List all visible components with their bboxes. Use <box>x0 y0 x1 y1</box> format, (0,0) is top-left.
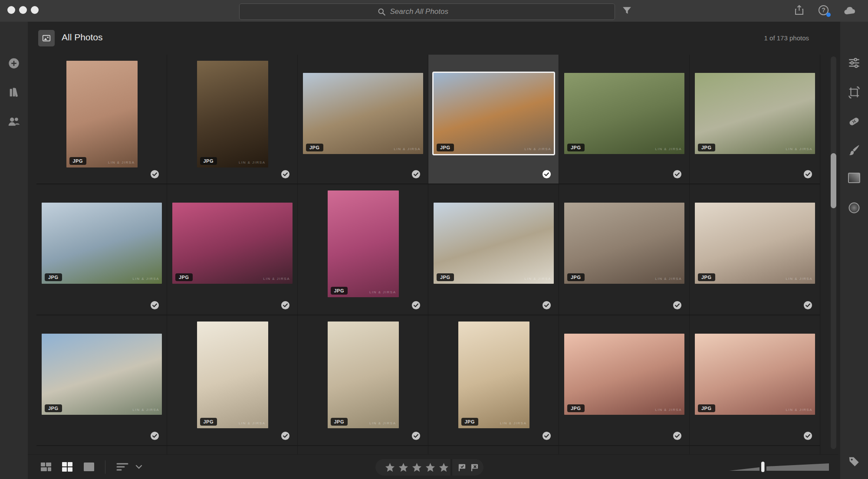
photo-thumbnail[interactable]: JPGLIN & JIRSA <box>564 73 684 154</box>
photo-cell[interactable]: JPGLIN & JIRSA <box>167 184 298 315</box>
photo-cell[interactable]: JPGLIN & JIRSA <box>428 55 559 184</box>
photo-cell-partial <box>690 446 820 454</box>
photo-thumbnail[interactable]: JPGLIN & JIRSA <box>42 334 162 415</box>
grid-scrollbar-thumb[interactable] <box>831 153 836 208</box>
radial-gradient-icon[interactable] <box>848 201 861 216</box>
lightroom-window: ? All Photos 1 of 173 photos JPGLIN & JI… <box>0 0 868 479</box>
brush-icon[interactable] <box>848 144 861 158</box>
photo-cell[interactable]: JPGLIN & JIRSA <box>690 55 820 184</box>
healing-brush-icon[interactable] <box>847 115 861 130</box>
star-icon[interactable] <box>385 463 395 472</box>
photo-thumbnail[interactable]: JPGLIN & JIRSA <box>197 61 268 167</box>
flag-reject-icon[interactable] <box>470 463 479 472</box>
star-icon[interactable] <box>398 463 408 472</box>
add-photos-icon[interactable] <box>8 57 20 71</box>
synced-check-icon <box>150 170 159 179</box>
star-icon[interactable] <box>412 463 422 472</box>
flag-controls <box>451 459 483 476</box>
grid-scrollbar-track[interactable] <box>831 56 836 449</box>
photo-thumbnail[interactable]: JPGLIN & JIRSA <box>434 203 554 284</box>
photo-watermark: LIN & JIRSA <box>786 408 812 412</box>
synced-check-icon <box>281 431 290 440</box>
square-grid-view-button-active[interactable] <box>61 461 73 472</box>
star-icon[interactable] <box>439 463 449 472</box>
star-rating-control[interactable] <box>375 459 450 476</box>
photo-watermark: LIN & JIRSA <box>394 147 421 151</box>
photo-thumbnail[interactable]: JPGLIN & JIRSA <box>42 203 162 284</box>
file-type-badge: JPG <box>331 287 348 295</box>
file-type-badge: JPG <box>69 157 87 165</box>
photo-cell[interactable]: JPGLIN & JIRSA <box>428 315 559 446</box>
photo-cell[interactable]: JPGLIN & JIRSA <box>167 315 298 446</box>
titlebar: ? <box>0 0 868 22</box>
photo-cell[interactable]: JPGLIN & JIRSA <box>559 55 690 184</box>
synced-check-icon <box>150 301 159 310</box>
photo-thumbnail[interactable]: JPGLIN & JIRSA <box>695 203 815 284</box>
sort-order-button[interactable] <box>116 462 129 472</box>
file-type-badge: JPG <box>306 144 323 151</box>
photo-thumbnail[interactable]: JPGLIN & JIRSA <box>695 73 815 154</box>
photo-watermark: LIN & JIRSA <box>239 421 265 425</box>
photo-thumbnail[interactable]: JPGLIN & JIRSA <box>434 73 554 154</box>
edit-sliders-icon[interactable] <box>848 56 861 71</box>
window-zoom-button[interactable] <box>31 6 39 14</box>
keywords-tag-icon[interactable] <box>848 455 861 470</box>
photo-watermark: LIN & JIRSA <box>369 421 396 425</box>
photo-thumbnail[interactable]: JPGLIN & JIRSA <box>328 322 399 428</box>
photo-grid-view-button[interactable] <box>40 461 52 472</box>
help-icon[interactable]: ? <box>818 4 829 16</box>
albums-library-icon[interactable] <box>8 86 20 100</box>
thumbnail-size-slider[interactable] <box>727 459 831 475</box>
linear-gradient-icon[interactable] <box>848 172 861 185</box>
photo-cell[interactable]: JPGLIN & JIRSA <box>36 55 167 184</box>
photo-thumbnail[interactable]: JPGLIN & JIRSA <box>458 322 529 428</box>
flag-pick-icon[interactable] <box>457 463 467 472</box>
photo-thumbnail[interactable]: JPGLIN & JIRSA <box>564 203 684 284</box>
people-view-icon[interactable] <box>7 115 20 129</box>
photo-cell[interactable]: JPGLIN & JIRSA <box>690 184 820 315</box>
photo-thumbnail[interactable]: JPGLIN & JIRSA <box>695 334 815 415</box>
toolbar-divider <box>105 460 105 474</box>
chevron-down-icon[interactable] <box>135 465 142 469</box>
all-photos-icon[interactable] <box>38 30 55 46</box>
window-close-button[interactable] <box>7 6 15 14</box>
photo-cell[interactable]: JPGLIN & JIRSA <box>36 315 167 446</box>
photo-cell-partial <box>36 446 167 454</box>
synced-check-icon <box>673 431 682 440</box>
photo-watermark: LIN & JIRSA <box>786 147 812 151</box>
photo-grid: JPGLIN & JIRSAJPGLIN & JIRSAJPGLIN & JIR… <box>28 55 840 454</box>
detail-view-button[interactable] <box>83 461 95 472</box>
share-icon[interactable] <box>793 4 805 16</box>
search-input[interactable] <box>239 3 615 20</box>
photo-thumbnail[interactable]: JPGLIN & JIRSA <box>172 203 293 284</box>
photo-cell[interactable]: JPGLIN & JIRSA <box>167 55 298 184</box>
search-text-field[interactable] <box>390 7 477 16</box>
photo-cell[interactable]: JPGLIN & JIRSA <box>298 315 428 446</box>
photo-cell[interactable]: JPGLIN & JIRSA <box>690 315 820 446</box>
file-type-badge: JPG <box>45 273 62 281</box>
cloud-sync-icon[interactable] <box>843 6 856 16</box>
photo-thumbnail[interactable]: JPGLIN & JIRSA <box>564 334 684 415</box>
synced-check-icon <box>803 170 812 179</box>
photo-thumbnail[interactable]: JPGLIN & JIRSA <box>66 61 138 167</box>
file-type-badge: JPG <box>567 144 585 151</box>
photo-thumbnail[interactable]: JPGLIN & JIRSA <box>328 190 399 297</box>
photo-cell[interactable]: JPGLIN & JIRSA <box>36 184 167 315</box>
photo-cell[interactable]: JPGLIN & JIRSA <box>298 184 428 315</box>
photo-cell-partial <box>167 446 298 454</box>
photo-cell[interactable]: JPGLIN & JIRSA <box>428 184 559 315</box>
filter-funnel-icon[interactable] <box>621 5 632 16</box>
file-type-badge: JPG <box>698 404 715 412</box>
crop-rotate-icon[interactable] <box>848 86 861 101</box>
window-minimize-button[interactable] <box>19 6 27 14</box>
star-icon[interactable] <box>425 463 435 472</box>
synced-check-icon <box>411 301 421 310</box>
file-type-badge: JPG <box>331 418 348 426</box>
photo-thumbnail[interactable]: JPGLIN & JIRSA <box>197 322 268 428</box>
photo-cell[interactable]: JPGLIN & JIRSA <box>559 315 690 446</box>
file-type-badge: JPG <box>200 418 217 426</box>
synced-check-icon <box>673 301 682 310</box>
photo-cell[interactable]: JPGLIN & JIRSA <box>559 184 690 315</box>
photo-cell[interactable]: JPGLIN & JIRSA <box>298 55 428 184</box>
photo-thumbnail[interactable]: JPGLIN & JIRSA <box>303 73 423 154</box>
